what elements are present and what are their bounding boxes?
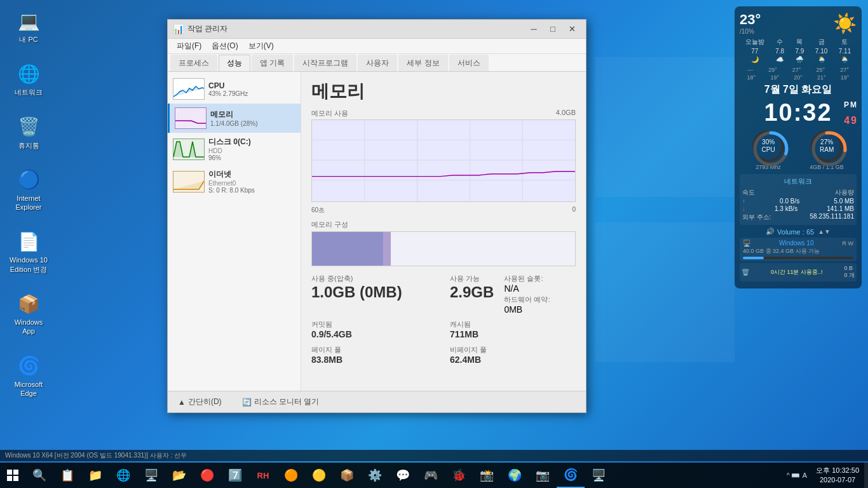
desktop-icon-list: 💻 내 PC 🌐 네트워크 🗑️ 휴지통 🔵 Internet Explorer…: [6, 6, 51, 400]
desktop-icon-ie[interactable]: 🔵 Internet Explorer: [6, 165, 51, 215]
network-title: 네트워크: [742, 177, 854, 186]
tab-users[interactable]: 사용자: [358, 55, 397, 71]
recycle-icon: 🗑️: [17, 115, 41, 139]
minimize-button[interactable]: ─: [525, 23, 543, 36]
tray-keyboard[interactable]: ⌨️: [791, 471, 800, 480]
start-button[interactable]: [0, 463, 25, 488]
in-use-value: 1.0GB (0MB): [311, 283, 437, 302]
weather-temps-high: ---29°27°25°27°: [740, 67, 857, 73]
desktop-icon-edge[interactable]: 🌀 Microsoft Edge: [6, 351, 51, 401]
tray-lang[interactable]: A: [801, 471, 808, 479]
simplify-button[interactable]: ▲ 간단히(D): [174, 395, 226, 409]
taskbar-files[interactable]: 📂: [165, 463, 193, 488]
taskbar-edge[interactable]: 🌀: [557, 463, 585, 488]
stat-cached: 캐시됨 711MB: [450, 320, 576, 340]
taskbar-clock[interactable]: 오후 10:32:50 2020-07-07: [811, 463, 864, 488]
sidebar-item-memory[interactable]: 메모리 1.1/4.0GB (28%): [168, 104, 301, 133]
svg-rect-1: [595, 57, 735, 197]
taskbar-wechat[interactable]: 💬: [389, 463, 417, 488]
show-desktop-button[interactable]: [864, 463, 868, 488]
maximize-button[interactable]: □: [544, 23, 562, 36]
taskbar-red[interactable]: 🔴: [193, 463, 221, 488]
weather-day-3: 금 7.10 🌦️: [815, 37, 827, 63]
taskmanager-body: CPU 43% 2.79GHz 메모리 1.1/4.0GB (28%): [168, 72, 586, 391]
committed-value: 0.9/5.4GB: [311, 329, 437, 340]
edge-icon: 🌀: [17, 354, 41, 378]
taskbar-explorer[interactable]: 📁: [81, 463, 109, 488]
net-sidebar-type: Ethernet0: [208, 180, 295, 187]
taskbar-bug[interactable]: 🐞: [445, 463, 473, 488]
stat-paged: 페이지 풀 83.8MB: [311, 345, 437, 365]
stat-available: 사용 가능 2.9GB 사용된 슬롯: N/A 하드웨어 예약: 0MB: [450, 274, 576, 315]
taskmanager-controls: ─ □ ✕: [525, 23, 581, 36]
taskmanager-main: 메모리 메모리 사용 4.0GB: [301, 72, 586, 391]
network-label: 네트워크: [15, 88, 43, 97]
tray-arrow[interactable]: ^: [787, 472, 790, 479]
taskbar-orange[interactable]: 🟠: [277, 463, 305, 488]
disk-graph-thumb: [173, 139, 205, 160]
sidebar-item-disk[interactable]: 디스크 0(C:) HDD 96%: [168, 133, 301, 165]
cpu-gauge-circle: 30% CPU: [752, 130, 784, 162]
menu-file[interactable]: 파일(F): [172, 39, 207, 53]
menu-view[interactable]: 보기(V): [243, 39, 279, 53]
taskmanager-sidebar: CPU 43% 2.79GHz 메모리 1.1/4.0GB (28%): [168, 72, 301, 391]
taskbar-task-view[interactable]: 📋: [53, 463, 81, 488]
tab-startup[interactable]: 시작프로그램: [294, 55, 356, 71]
taskbar-desktop[interactable]: 🖥️: [137, 463, 165, 488]
taskmanager-window: 📊 작업 관리자 ─ □ ✕ 파일(F) 옵션(O) 보기(V) 프로세스 성능…: [167, 19, 587, 413]
desktop-icon-win10[interactable]: 📄 Windows 10 Edition 변경: [6, 227, 51, 276]
close-button[interactable]: ✕: [563, 23, 581, 36]
widget-time: 10:32 PM 49: [740, 99, 857, 126]
cpu-gauge: 30% CPU 2793 Mhz: [752, 130, 784, 170]
tab-details[interactable]: 세부 정보: [398, 55, 447, 71]
windows-version-bar: Windows 10 X64 [버전 2004 (OS 빌드 19041.331…: [0, 450, 868, 461]
in-use-label: 사용 중(압축): [311, 274, 437, 283]
taskbar-rh[interactable]: RH: [249, 463, 277, 488]
sidebar-item-network[interactable]: 이더넷 Ethernet0 S: 0 R: 8.0 Kbps: [168, 165, 301, 198]
disk-info: 디스크 0(C:) HDD 96%: [208, 137, 295, 161]
taskbar-ie[interactable]: 🌐: [109, 463, 137, 488]
available-value: 2.9GB: [450, 283, 494, 302]
desktop-icon-network[interactable]: 🌐 네트워크: [6, 59, 51, 99]
weather-top: 23° /10% ☀️: [740, 11, 857, 35]
weather-temp: 23°: [740, 11, 761, 28]
desktop-icon-winapp[interactable]: 📦 Windows App: [6, 289, 51, 339]
taskmanager-tabs: 프로세스 성능 앱 기록 시작프로그램 사용자 세부 정보 서비스: [168, 54, 586, 72]
mem-standby-block: [383, 232, 391, 266]
hw-reserved-value: 0MB: [504, 304, 550, 315]
taskbar-game[interactable]: 🎮: [417, 463, 445, 488]
tab-app-history[interactable]: 앱 기록: [252, 55, 293, 71]
tab-processes[interactable]: 프로세스: [170, 55, 217, 71]
taskmanager-titlebar: 📊 작업 관리자 ─ □ ✕: [168, 20, 586, 39]
menu-options[interactable]: 옵션(O): [207, 39, 243, 53]
cpu-sidebar-detail: 43% 2.79GHz: [208, 90, 295, 97]
resource-monitor-button[interactable]: 🔄 리소스 모니터 열기: [238, 395, 323, 409]
tab-services[interactable]: 서비스: [449, 55, 489, 71]
nonpaged-value: 62.4MB: [450, 355, 576, 365]
taskbar-7[interactable]: 7️⃣: [221, 463, 249, 488]
mem-graph-thumb: [175, 107, 207, 129]
taskbar-cube[interactable]: 📦: [333, 463, 361, 488]
volume-row: 🔊 Volume : 65 ▲▼: [740, 227, 857, 236]
taskbar-earth[interactable]: 🌍: [501, 463, 529, 488]
weather-humidity: /10%: [740, 28, 761, 35]
taskbar-camera[interactable]: 📷: [529, 463, 557, 488]
weather-days: 오늘밤 77 🌙 수 7.8 ☁️ 목 7.9 🌧️ 금 7.10 🌦️ 토: [740, 37, 857, 63]
taskbar-poke[interactable]: 📸: [473, 463, 501, 488]
taskbar-search[interactable]: 🔍: [25, 463, 53, 488]
trash-vals: 0 B 0 개: [844, 265, 855, 280]
cpu-info: CPU 43% 2.79GHz: [208, 81, 295, 97]
network-speed-row: 속도 사용량: [742, 188, 854, 197]
win10-label: Windows 10 Edition 변경: [9, 255, 48, 274]
sidebar-item-cpu[interactable]: CPU 43% 2.79GHz: [168, 74, 301, 104]
taskbar-monitor[interactable]: 🖥️: [585, 463, 613, 488]
taskbar-yellow[interactable]: 🟡: [305, 463, 333, 488]
desktop-icon-recycle[interactable]: 🗑️ 휴지통: [6, 112, 51, 152]
memory-composition-bar: [311, 231, 576, 266]
desktop-icon-my-pc[interactable]: 💻 내 PC: [6, 6, 51, 46]
taskbar-settings[interactable]: ⚙️: [361, 463, 389, 488]
weather-temps-low: 18°19°20°21°19°: [740, 74, 857, 81]
network-up-row: ↑ 0.0 B/s 5.0 MB: [742, 198, 854, 205]
tab-performance[interactable]: 성능: [219, 55, 250, 71]
weather-day-1: 수 7.8 ☁️: [775, 37, 784, 63]
